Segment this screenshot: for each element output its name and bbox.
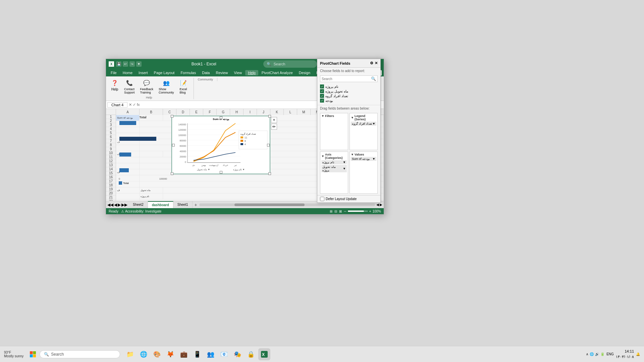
pivot-field-count-checkbox[interactable] [320,94,324,98]
sheet-tab-dashboard[interactable]: dashboard [148,201,173,208]
sheet-tab-sheet2[interactable]: Sheet2 [129,201,148,208]
chart-add-button[interactable]: + [271,117,277,123]
chart-handle-top[interactable] [220,116,222,119]
axis-item-1-dropdown[interactable]: ▼ [343,161,346,164]
zoom-out-btn[interactable]: ─ [344,209,346,213]
taskbar-app-mobile[interactable]: 📱 [191,348,203,360]
scrollbar-thumb[interactable] [234,203,305,206]
ribbon-feedback-btn[interactable]: 💬 FeedbackTraining [138,78,156,95]
ribbon-excel-blog-btn[interactable]: 📝 ExcelBlog [177,78,190,95]
undo-icon[interactable]: ↩ [123,61,128,67]
pivot-field-budget-checkbox[interactable] [320,99,324,103]
menu-file[interactable]: File [108,70,119,75]
cell-a9[interactable] [116,163,140,169]
ribbon-contact-support-btn[interactable]: 📞 ContactSupport [122,78,137,95]
menu-insert[interactable]: Insert [136,70,151,75]
chart-handle-right[interactable] [267,144,270,146]
pivot-chart[interactable]: + ✏ Sum of بودجه 140000 120000 100000 [171,116,270,174]
title-search-box[interactable]: 🔍 Search [263,60,317,68]
menu-data[interactable]: Data [199,70,212,75]
pivot-search-box[interactable]: 🔍 [320,75,378,82]
zoom-slider[interactable] [348,210,368,212]
pivot-values-item[interactable]: Sum of بودجه ▼ [351,157,376,161]
name-box[interactable] [107,102,127,108]
chart-handle-bottom[interactable] [220,171,222,174]
notification-icon[interactable]: 🔔 [636,352,640,356]
view-break-icon[interactable]: ⊠ [339,209,342,213]
cell-a3[interactable] [116,127,140,133]
cell-a1[interactable]: Sum of بودجه [116,115,140,121]
chart-handle-bl[interactable] [171,172,173,175]
taskbar-app-ps[interactable]: 🎭 [231,348,244,360]
accessibility-text[interactable]: Accessibility: Investigate [125,209,161,213]
cell-a13[interactable]: ف [116,187,140,193]
axis-item-2-dropdown[interactable]: ▼ [343,167,346,170]
taskbar-app-photos[interactable]: 🎨 [151,348,163,360]
tray-expand-icon[interactable]: ∧ [586,352,588,356]
chart-handle-left[interactable] [172,144,175,146]
taskbar-app-lock[interactable]: 🔒 [245,348,257,360]
cell-a15[interactable] [116,199,140,201]
save-icon[interactable]: 💾 [116,61,121,67]
sheet-nav-next[interactable]: ▶ [118,202,121,207]
cell-a4[interactable] [116,133,140,139]
defer-layout-checkbox[interactable] [320,197,324,201]
taskbar-search-box[interactable]: 🔍 Search [40,350,120,358]
pivot-legend-item[interactable]: تعداد افراد گروه ▼ [351,122,376,126]
cell-a5[interactable]: ف [116,139,140,145]
menu-pivotchart-analyze[interactable]: PivotChart Analyze [259,70,296,75]
menu-design[interactable]: Design [296,70,313,75]
pivot-axis-item-2[interactable]: ماه تحویل پروژه ▼ [321,165,347,172]
zoom-in-btn[interactable]: + [369,209,371,213]
tray-network-icon[interactable]: 🌐 [590,352,594,356]
menu-formulas[interactable]: Formulas [178,70,199,75]
sheet-nav-first[interactable]: ◀◀ [107,202,113,207]
cell-b14[interactable]: نام پروژه [140,193,163,199]
ribbon-help-btn[interactable]: ❓ Help [109,78,121,95]
cell-b1[interactable] [140,115,163,121]
pivot-field-month-checkbox[interactable] [320,89,324,93]
sheet-nav-last[interactable]: ▶▶ [121,202,127,207]
customize-icon[interactable]: ▼ [136,61,142,67]
cell-a8[interactable] [116,157,140,163]
chart-handle-br[interactable] [268,172,271,175]
taskbar-app-files[interactable]: 📁 [124,348,136,360]
scrollbar-horizontal[interactable] [199,203,375,206]
cell-a7[interactable]: ف [116,151,140,157]
pivot-field-name-checkbox[interactable] [320,84,324,88]
cell-a6[interactable] [116,145,140,151]
prev-icon[interactable]: ◀ [376,203,379,206]
cell-a12[interactable] [116,181,140,187]
taskbar-start-button[interactable] [28,349,38,360]
chart-handle-tr[interactable] [268,115,271,118]
taskbar-app-teams[interactable]: 👥 [205,348,217,360]
taskbar-app-excel[interactable]: X [258,348,270,360]
cell-a10[interactable]: ف [116,169,140,175]
menu-page-layout[interactable]: Page Layout [151,70,177,75]
view-layout-icon[interactable]: ⊟ [334,209,337,213]
language-indicator[interactable]: ENG [606,352,614,356]
pivot-settings-icon[interactable]: ⚙ [370,61,373,65]
ribbon-show-btn[interactable]: 👥 ShowCommunity [157,78,176,95]
taskbar-clock[interactable]: 14:11 ۱۴۰۳/۰۱/۰۸ [616,349,634,359]
sheet-add-button[interactable]: + [193,201,199,208]
taskbar-app-firefox[interactable]: 🦊 [164,348,176,360]
tray-volume-icon[interactable]: 🔊 [595,352,599,356]
taskbar-app-browser[interactable]: 🌐 [138,348,150,360]
cell-a14[interactable] [116,193,140,199]
cell-a2[interactable] [116,121,140,127]
chart-style-button[interactable]: ✏ [271,124,277,130]
cell-b13[interactable]: ماه تحویل [140,187,163,193]
cell-b7[interactable] [140,151,163,157]
pivot-close-icon[interactable]: ✕ [375,61,378,65]
menu-view[interactable]: View [231,70,245,75]
menu-help[interactable]: Help [245,70,258,75]
cell-a11[interactable] [116,175,140,181]
legend-item-dropdown[interactable]: ▼ [372,122,375,125]
chart-handle-tl[interactable] [171,115,173,118]
next-icon[interactable]: ▶ [380,203,382,206]
sheet-tab-sheet1[interactable]: Sheet1 [173,201,193,208]
redo-icon[interactable]: ↪ [129,61,135,67]
taskbar-app-store[interactable]: 💼 [178,348,190,360]
values-item-dropdown[interactable]: ▼ [372,157,375,161]
